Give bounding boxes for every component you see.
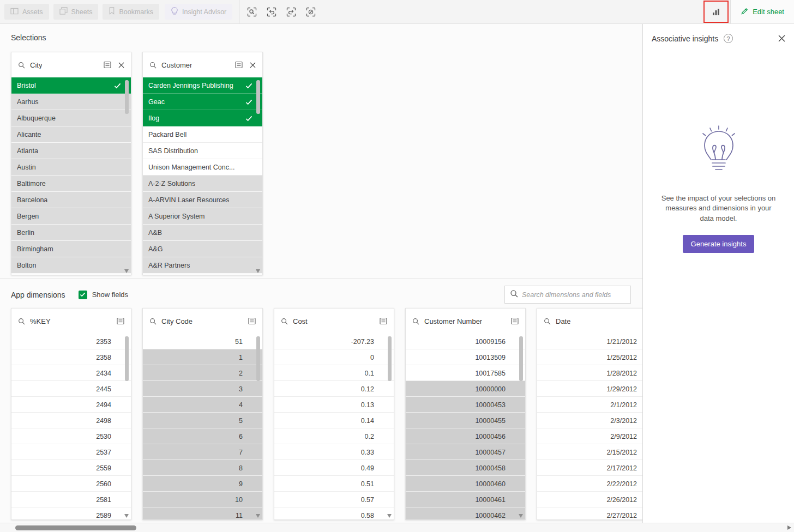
list-item[interactable]: 2537 xyxy=(11,444,131,460)
close-icon[interactable] xyxy=(118,62,124,68)
list-item[interactable]: 2/17/2012 xyxy=(537,460,642,476)
list-item[interactable]: A-2-Z Solutions xyxy=(143,176,262,192)
list-item[interactable]: 10000456 xyxy=(406,428,525,444)
search-icon[interactable] xyxy=(149,318,157,325)
list-item[interactable]: 51 xyxy=(143,334,262,349)
list-item[interactable]: 7 xyxy=(143,444,262,460)
list-menu-icon[interactable] xyxy=(235,61,243,69)
scrollbar-thumb[interactable] xyxy=(125,80,129,114)
list-item[interactable]: 2353 xyxy=(11,334,131,349)
list-item[interactable]: 2 xyxy=(143,365,262,381)
list-item[interactable]: 2498 xyxy=(11,413,131,428)
list-item[interactable]: 10000458 xyxy=(406,460,525,476)
list-item[interactable]: 1/21/2012 xyxy=(537,334,642,349)
list-item[interactable]: 1/29/2012 xyxy=(537,381,642,397)
scrollbar-thumb[interactable] xyxy=(388,336,392,381)
scroll-down-arrow-icon[interactable] xyxy=(256,269,260,273)
scrollbar-vertical[interactable] xyxy=(519,335,524,518)
list-item[interactable]: 10000453 xyxy=(406,397,525,413)
list-item[interactable]: -207.23 xyxy=(274,334,394,349)
list-item[interactable]: 2494 xyxy=(11,397,131,413)
clear-selections-icon[interactable] xyxy=(302,3,320,21)
list-item[interactable]: Bristol xyxy=(11,77,131,94)
search-icon[interactable] xyxy=(412,318,419,325)
list-item[interactable]: Atlanta xyxy=(11,143,131,159)
scrollbar-vertical[interactable] xyxy=(256,79,261,274)
list-item[interactable]: 2/1/2012 xyxy=(537,397,642,413)
list-item[interactable]: SAS Distribution xyxy=(143,143,262,159)
list-item[interactable]: 10013509 xyxy=(406,349,525,365)
list-item[interactable]: 1/28/2012 xyxy=(537,365,642,381)
list-menu-icon[interactable] xyxy=(248,317,256,325)
generate-insights-button[interactable]: Generate insights xyxy=(683,235,755,253)
list-item[interactable]: 10000000 xyxy=(406,381,525,397)
list-item[interactable]: Bergen xyxy=(11,208,131,225)
list-item[interactable]: A Superior System xyxy=(143,208,262,225)
list-item[interactable]: 2358 xyxy=(11,349,131,365)
list-item[interactable]: 0.58 xyxy=(274,507,394,519)
edit-sheet-button[interactable]: Edit sheet xyxy=(730,0,794,23)
list-item[interactable]: A-ARVIN Laser Resources xyxy=(143,192,262,208)
show-fields-checkbox[interactable] xyxy=(79,291,87,299)
list-item[interactable]: 0.2 xyxy=(274,428,394,444)
search-icon[interactable] xyxy=(18,62,25,69)
list-item[interactable]: 2581 xyxy=(11,492,131,507)
step-back-icon[interactable] xyxy=(262,3,281,21)
search-icon[interactable] xyxy=(18,318,25,325)
list-item[interactable]: 2560 xyxy=(11,476,131,492)
list-menu-icon[interactable] xyxy=(117,317,124,325)
list-item[interactable]: Geac xyxy=(143,94,262,110)
scrollbar-vertical[interactable] xyxy=(124,79,129,274)
search-icon[interactable] xyxy=(149,62,157,69)
list-item[interactable]: 10000457 xyxy=(406,444,525,460)
list-item[interactable]: Barcelona xyxy=(11,192,131,208)
list-item[interactable]: 10000455 xyxy=(406,413,525,428)
list-item[interactable]: 2/15/2012 xyxy=(537,444,642,460)
scrollbar-thumb[interactable] xyxy=(519,336,523,381)
list-item[interactable]: 4 xyxy=(143,397,262,413)
list-item[interactable]: 10000460 xyxy=(406,476,525,492)
close-icon[interactable] xyxy=(250,62,256,68)
smart-search-icon[interactable] xyxy=(243,3,261,21)
list-item[interactable]: A&B xyxy=(143,225,262,241)
list-item[interactable]: Bolton xyxy=(11,257,131,274)
scroll-down-arrow-icon[interactable] xyxy=(519,514,523,518)
scroll-right-arrow-icon[interactable] xyxy=(787,525,791,530)
list-item[interactable]: A&R Partners xyxy=(143,257,262,274)
list-item[interactable]: 2559 xyxy=(11,460,131,476)
scrollbar-vertical[interactable] xyxy=(124,335,129,518)
list-item[interactable]: 2/3/2012 xyxy=(537,413,642,428)
help-icon[interactable]: ? xyxy=(724,34,733,43)
insight-advisor-button[interactable]: Insight Advisor xyxy=(165,4,232,20)
list-item[interactable]: 0 xyxy=(274,349,394,365)
list-item[interactable]: 11 xyxy=(143,507,262,519)
scroll-down-arrow-icon[interactable] xyxy=(124,514,129,518)
list-item[interactable]: 10017585 xyxy=(406,365,525,381)
list-item[interactable]: 2/9/2012 xyxy=(537,428,642,444)
list-item[interactable]: Albuquerque xyxy=(11,110,131,126)
list-item[interactable]: 3 xyxy=(143,381,262,397)
list-item[interactable]: 2434 xyxy=(11,365,131,381)
list-item[interactable]: 10009156 xyxy=(406,334,525,349)
search-input[interactable] xyxy=(522,291,625,299)
list-item[interactable]: Berlin xyxy=(11,225,131,241)
list-item[interactable]: Austin xyxy=(11,159,131,176)
scrollbar-vertical[interactable] xyxy=(387,335,392,518)
list-item[interactable]: 0.49 xyxy=(274,460,394,476)
list-item[interactable]: 1 xyxy=(143,349,262,365)
list-item[interactable]: A&G xyxy=(143,241,262,257)
close-icon[interactable] xyxy=(778,35,785,42)
list-item[interactable]: Baltimore xyxy=(11,176,131,192)
list-item[interactable]: 0.12 xyxy=(274,381,394,397)
scrollbar-thumb[interactable] xyxy=(15,525,136,530)
list-item[interactable]: Unison Management Conc... xyxy=(143,159,262,176)
list-item[interactable]: Aarhus xyxy=(11,94,131,110)
scrollbar-horizontal[interactable] xyxy=(0,523,794,532)
scroll-down-arrow-icon[interactable] xyxy=(256,514,260,518)
assets-button[interactable]: Assets xyxy=(4,4,49,20)
list-menu-icon[interactable] xyxy=(104,61,111,69)
list-item[interactable]: 10000461 xyxy=(406,492,525,507)
bookmarks-button[interactable]: Bookmarks xyxy=(103,4,159,20)
list-item[interactable]: 0.1 xyxy=(274,365,394,381)
list-item[interactable]: 2589 xyxy=(11,507,131,519)
